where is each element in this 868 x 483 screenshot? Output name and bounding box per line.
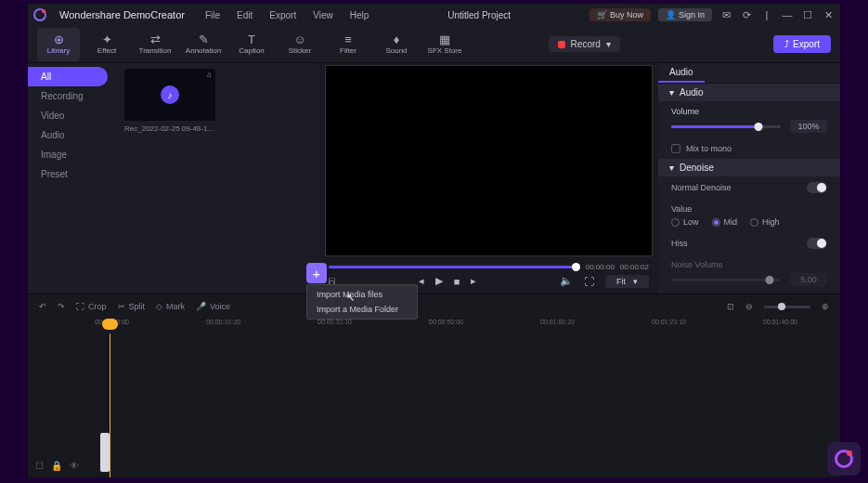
mark-button[interactable]: ◇ Mark — [156, 302, 185, 311]
play-icon[interactable]: ▶ — [435, 275, 443, 287]
divider: | — [760, 8, 773, 21]
media-bin: ♪ ♫ Rec_2022-02-25 09-48-12... — [115, 63, 319, 294]
tool-annotation[interactable]: ✎Annotation — [182, 28, 225, 61]
sidebar-item-recording[interactable]: Recording — [28, 86, 115, 106]
audio-badge-icon: ♫ — [206, 71, 212, 79]
zoom-out-icon[interactable]: ⊖ — [745, 302, 753, 311]
fullscreen-icon[interactable]: ⛶ — [584, 276, 594, 287]
properties-panel: Audio ▾Audio Volume 100% Mix to mono ▾De… — [658, 63, 840, 294]
preview-scrubber[interactable] — [329, 266, 580, 268]
radio-high[interactable]: High — [750, 217, 780, 227]
volume-icon[interactable]: 🔈 — [560, 275, 573, 287]
clip-filename: Rec_2022-02-25 09-48-12... — [124, 124, 215, 133]
preview-canvas[interactable] — [325, 65, 653, 256]
music-note-icon: ♪ — [161, 85, 179, 104]
project-title: Untitled Project — [382, 10, 577, 20]
fit-timeline-icon[interactable]: ⊡ — [727, 302, 734, 311]
redo-icon[interactable]: ↷ — [58, 302, 65, 311]
tool-sfx[interactable]: ▦SFX Store — [423, 28, 466, 61]
menu-view[interactable]: View — [313, 10, 333, 20]
label-noise-volume: Noise Volume — [671, 260, 827, 269]
section-denoise[interactable]: ▾Denoise — [658, 159, 840, 176]
sidebar-item-video[interactable]: Video — [28, 106, 115, 125]
volume-slider[interactable] — [671, 125, 781, 128]
tool-transition[interactable]: ⇄Transition — [134, 28, 176, 61]
maximize-icon[interactable]: ☐ — [801, 8, 814, 21]
buy-now-button[interactable]: 🛒 Buy Now — [589, 8, 651, 21]
tab-audio[interactable]: Audio — [658, 63, 705, 83]
timeline-tracks[interactable]: ☐ 🔒 👁 — [28, 333, 840, 477]
chevron-down-icon: ▾ — [669, 87, 674, 98]
menu-import-folder[interactable]: Import a Media Folder — [307, 302, 417, 317]
volume-value[interactable]: 100% — [790, 120, 827, 133]
noise-volume-slider[interactable] — [671, 279, 781, 281]
tool-caption[interactable]: TCaption — [230, 28, 273, 61]
tool-effect[interactable]: ✦Effect — [85, 28, 128, 61]
track-lock-icon[interactable]: 🔒 — [51, 461, 62, 471]
time-total: 00:00:02 — [620, 263, 649, 271]
import-context-menu: Import Media files Import a Media Folder — [306, 284, 418, 320]
stop-icon[interactable]: ■ — [454, 276, 460, 287]
next-frame-icon[interactable]: ▸ — [471, 275, 476, 287]
app-name: Wondershare DemoCreator — [59, 9, 185, 20]
fit-select[interactable]: Fit▾ — [605, 275, 649, 288]
sign-in-button[interactable]: 👤 Sign In — [658, 8, 712, 21]
upload-icon: ⤴ — [784, 39, 789, 49]
sticker-icon: ☺ — [293, 33, 305, 46]
radio-mid[interactable]: Mid — [712, 217, 738, 227]
menu-file[interactable]: File — [205, 10, 220, 20]
voice-button[interactable]: 🎤 Voice — [196, 302, 230, 311]
zoom-slider[interactable] — [764, 306, 810, 308]
add-media-button[interactable]: + — [306, 263, 327, 283]
playhead[interactable] — [110, 333, 110, 477]
track-visible-icon[interactable]: 👁 — [70, 461, 79, 471]
record-button[interactable]: Record▾ — [549, 36, 620, 52]
sidebar-item-image[interactable]: Image — [28, 145, 115, 164]
sidebar-item-all[interactable]: All — [28, 67, 108, 86]
annotation-icon: ✎ — [199, 33, 209, 46]
sidebar-item-audio[interactable]: Audio — [28, 125, 115, 145]
zoom-in-icon[interactable]: ⊕ — [822, 302, 829, 311]
tool-filter[interactable]: ≡Filter — [327, 28, 369, 61]
menu-export[interactable]: Export — [269, 10, 296, 20]
filter-icon: ≡ — [344, 33, 352, 46]
label-normal-denoise: Normal Denoise — [671, 183, 732, 192]
mix-to-mono-checkbox[interactable]: Mix to mono — [671, 144, 827, 153]
titlebar: Wondershare DemoCreator File Edit Export… — [28, 4, 840, 26]
tool-library[interactable]: ⊕Library — [37, 28, 80, 61]
time-current: 00:00:00 — [586, 263, 615, 271]
message-icon[interactable]: ✉ — [719, 8, 732, 21]
normal-denoise-toggle[interactable] — [807, 182, 827, 193]
cursor-icon: ↖ — [346, 292, 355, 304]
export-button[interactable]: ⤴Export — [773, 35, 831, 53]
main-menu: File Edit Export View Help — [205, 10, 369, 20]
hiss-toggle[interactable] — [807, 238, 827, 249]
split-button[interactable]: ✂ Split — [118, 302, 146, 311]
menu-import-files[interactable]: Import Media files — [307, 287, 417, 302]
minimize-icon[interactable]: — — [781, 8, 794, 21]
media-clip[interactable]: ♪ ♫ Rec_2022-02-25 09-48-12... — [124, 69, 215, 133]
radio-low[interactable]: Low — [671, 217, 699, 227]
label-value: Value — [671, 204, 827, 214]
tool-sound[interactable]: ♦Sound — [375, 28, 418, 61]
tool-sticker[interactable]: ☺Sticker — [279, 28, 321, 61]
track-mute-icon[interactable]: ☐ — [35, 461, 44, 471]
sfx-icon: ▦ — [439, 33, 450, 46]
close-icon[interactable]: ✕ — [822, 8, 835, 21]
menu-help[interactable]: Help — [350, 10, 369, 20]
sidebar-item-preset[interactable]: Preset — [28, 164, 115, 184]
crop-button[interactable]: ⛶ Crop — [76, 302, 107, 311]
label-hiss: Hiss — [671, 239, 688, 248]
undo-icon[interactable]: ↶ — [39, 302, 46, 311]
prev-frame-icon[interactable]: ◂ — [419, 275, 424, 287]
timeline-clip[interactable] — [100, 433, 110, 472]
timeline-ruler[interactable]: 00:00:00:00 00:00:16:20 00:00:33:10 00:0… — [28, 319, 840, 333]
chevron-down-icon: ▾ — [633, 277, 638, 286]
refresh-icon[interactable]: ⟳ — [740, 8, 753, 21]
clip-thumbnail[interactable]: ♪ ♫ — [124, 69, 215, 121]
noise-volume-value[interactable]: 5.00 — [790, 273, 827, 286]
transition-icon: ⇄ — [150, 33, 161, 46]
menu-edit[interactable]: Edit — [237, 10, 253, 20]
section-audio[interactable]: ▾Audio — [658, 84, 840, 101]
timeline: ↶ ↷ ⛶ Crop ✂ Split ◇ Mark 🎤 Voice ⊡ ⊖ ⊕ … — [28, 294, 840, 477]
